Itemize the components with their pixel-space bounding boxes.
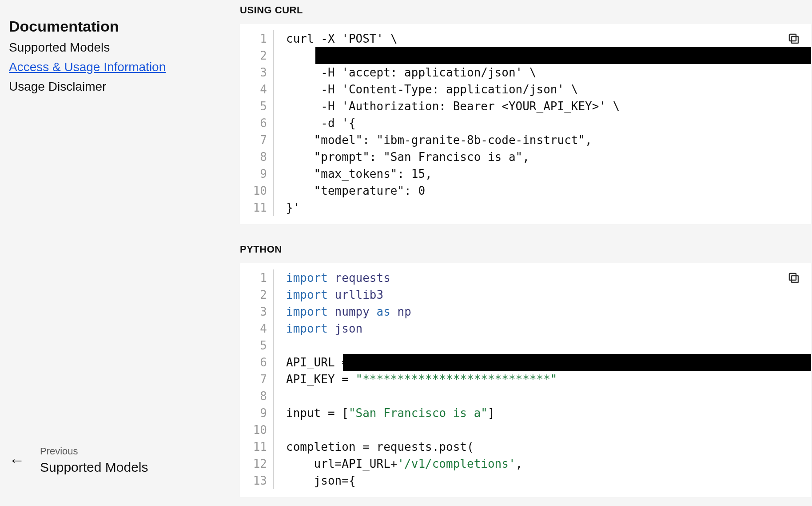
line-number: 3 [240, 303, 267, 320]
line-number: 7 [240, 132, 267, 149]
code-line [286, 422, 811, 438]
code-line [286, 337, 811, 354]
code-line: -d '{ [286, 115, 811, 132]
code-line: -H 'Authorization: Bearer <YOUR_API_KEY>… [286, 98, 811, 115]
line-number: 5 [240, 98, 267, 115]
sidebar-nav: Supported ModelsAccess & Usage Informati… [9, 40, 231, 94]
code-line: API_KEY = "***************************" [286, 371, 811, 388]
code-line: }' [286, 199, 811, 216]
line-number-gutter: 1234567891011 [240, 30, 274, 216]
prev-nav[interactable]: ← Previous Supported Models [9, 432, 231, 497]
code-line: url=API_URL+'/v1/completions', [286, 455, 811, 472]
line-number: 8 [240, 149, 267, 165]
arrow-left-icon: ← [9, 452, 25, 468]
line-number: 7 [240, 371, 267, 388]
code-line: "model": "ibm-granite-8b-code-instruct", [286, 132, 811, 149]
line-number-gutter: 12345678910111213 [240, 269, 274, 489]
line-number: 11 [240, 438, 267, 455]
prev-title: Supported Models [40, 460, 148, 475]
code-line: "temperature": 0 [286, 182, 811, 199]
prev-label: Previous [40, 446, 148, 457]
code-line: import requests [286, 269, 811, 286]
code-line: import numpy as np [286, 303, 811, 320]
line-number: 4 [240, 320, 267, 337]
line-number: 8 [240, 388, 267, 405]
code-line: -H 'Content-Type: application/json' \ [286, 81, 811, 98]
line-number: 6 [240, 354, 267, 371]
redaction-bar [315, 47, 811, 64]
main-content: USING CURL 1234567891011 curl -X 'POST' … [240, 0, 812, 506]
line-number: 2 [240, 47, 267, 64]
line-number: 1 [240, 269, 267, 286]
code-block-python: 12345678910111213 import requestsimport … [240, 263, 811, 497]
line-number: 9 [240, 405, 267, 422]
line-number: 2 [240, 286, 267, 303]
prev-block: Previous Supported Models [40, 446, 148, 475]
line-number: 10 [240, 422, 267, 438]
sidebar-title: Documentation [9, 18, 231, 35]
line-number: 3 [240, 64, 267, 81]
code-lines: curl -X 'POST' \ ' -H 'accept: applicati… [274, 30, 811, 216]
line-number: 11 [240, 199, 267, 216]
line-number: 9 [240, 165, 267, 182]
sidebar-item-1[interactable]: Access & Usage Information [9, 60, 231, 74]
code-line: json={ [286, 472, 811, 489]
section-heading-curl: USING CURL [240, 4, 811, 16]
line-number: 6 [240, 115, 267, 132]
code-line: import json [286, 320, 811, 337]
section-heading-python: PYTHON [240, 244, 811, 255]
line-number: 10 [240, 182, 267, 199]
sidebar: Documentation Supported ModelsAccess & U… [0, 0, 240, 506]
code-line: import urllib3 [286, 286, 811, 303]
code-line: curl -X 'POST' \ [286, 30, 811, 47]
code-lines: import requestsimport urllib3import nump… [274, 269, 811, 489]
code-line [286, 388, 811, 405]
line-number: 13 [240, 472, 267, 489]
line-number: 4 [240, 81, 267, 98]
line-number: 5 [240, 337, 267, 354]
sidebar-item-2[interactable]: Usage Disclaimer [9, 80, 231, 94]
redaction-bar [343, 354, 811, 371]
code-line: completion = requests.post( [286, 438, 811, 455]
line-number: 12 [240, 455, 267, 472]
code-block-curl: 1234567891011 curl -X 'POST' \ ' -H 'acc… [240, 24, 811, 224]
line-number: 1 [240, 30, 267, 47]
sidebar-item-0[interactable]: Supported Models [9, 40, 231, 55]
code-line: "max_tokens": 15, [286, 165, 811, 182]
code-line: -H 'accept: application/json' \ [286, 64, 811, 81]
code-line: "prompt": "San Francisco is a", [286, 149, 811, 165]
code-line: input = ["San Francisco is a"] [286, 405, 811, 422]
